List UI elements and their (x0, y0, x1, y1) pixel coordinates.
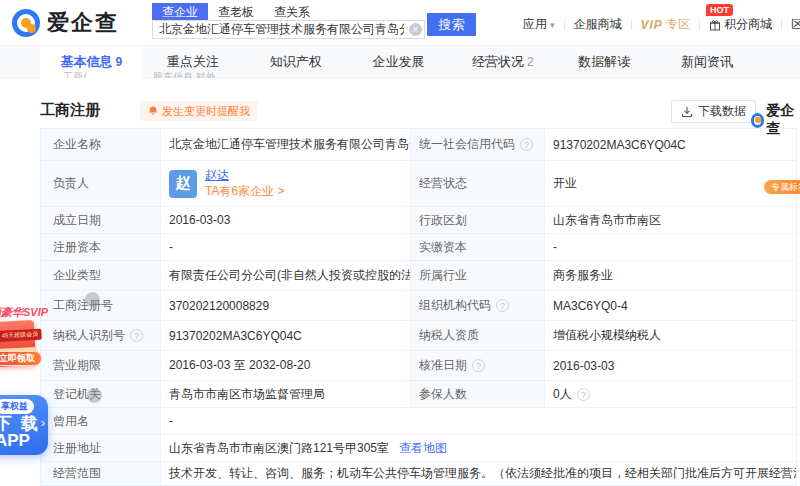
table-row: 经营范围 技术开发、转让、咨询、服务；机动车公共停车场管理服务。（依法须经批准的… (41, 462, 796, 486)
industry-value: 商务服务业 (545, 261, 796, 290)
hot-badge: HOT (706, 4, 733, 16)
aiqicha-watermark-icon (751, 113, 764, 128)
table-row: 企业类型 有限责任公司分公司(非自然人投资或控股的法人独资) 所属行业 商务服务… (41, 261, 796, 291)
district-value: 山东省青岛市市南区 (545, 207, 796, 233)
company-type-value: 有限责任公司分公司(非自然人投资或控股的法人独资) (161, 261, 411, 290)
legal-person-link[interactable]: 赵达 (205, 168, 284, 183)
address-cell: 山东省青岛市市南区澳门路121号甲305室 查看地图 (161, 435, 796, 461)
row-label: 注册资本 (41, 234, 161, 260)
search-tab-company[interactable]: 查企业 (152, 3, 208, 21)
reg-number-value: 370202120008829 (161, 291, 411, 320)
claim-now-button[interactable]: 立即领取 (0, 351, 42, 366)
bell-icon (148, 106, 158, 117)
business-term-value: 2016-03-03 至 2032-08-20 (161, 351, 411, 380)
former-name-value: - (161, 408, 796, 434)
row-label: 负责人 (41, 161, 161, 206)
row-label: 纳税人资质 (411, 321, 545, 350)
reg-capital-value: - (161, 234, 411, 260)
tab-intellectual-property[interactable]: 知识产权 (246, 46, 349, 78)
table-row: 注册资本 - 实缴资本 - (41, 234, 796, 261)
help-icon[interactable]: ? (496, 299, 509, 312)
legal-person-cell: 赵 赵达 TA有6家企业 > (161, 161, 411, 206)
row-label: 成立日期 (41, 207, 161, 233)
nav-region-focus[interactable]: 区域聚焦 (782, 16, 800, 33)
help-icon[interactable]: ? (130, 329, 143, 342)
row-label: 营业期限 (41, 351, 161, 380)
nav-app[interactable]: 应用 ▾ (514, 16, 564, 33)
table-row: 注册地址 山东省青岛市市南区澳门路121号甲305室 查看地图 (41, 435, 796, 462)
row-label: 注册地址 (41, 435, 161, 461)
search-button[interactable]: 搜索 (427, 13, 476, 36)
approval-date-value: 2016-03-03 (545, 351, 796, 380)
insured-count-value: 0人 ? (545, 381, 796, 407)
table-row: 登记机关 青岛市市南区市场监督管理局 参保人数 0人 ? (41, 381, 796, 408)
address-value: 山东省青岛市市南区澳门路121号甲305室 (169, 440, 389, 457)
row-label: 核准日期 ? (411, 351, 545, 380)
header-nav: 应用 ▾ 企服商城 VIP 专区 积分商城 区域聚焦 退出 (514, 16, 800, 33)
clear-search-icon[interactable]: × (409, 23, 422, 36)
change-remind-button[interactable]: 发生变更时提醒我 (140, 101, 258, 121)
tab-news[interactable]: 新闻资讯 (657, 46, 760, 78)
table-row: 营业期限 2016-03-03 至 2032-08-20 核准日期 ? 2016… (41, 351, 796, 381)
detail-tabbar: 基本信息9 重点关注 知识产权 企业发展 经营状况2 数据解读 新闻资讯 (0, 46, 800, 78)
tab-basic-info[interactable]: 基本信息9 (40, 46, 143, 78)
chevron-right-icon: › (41, 415, 45, 430)
view-map-link[interactable]: 查看地图 (399, 440, 447, 457)
promo-tag: 45天超级会员 (0, 329, 42, 342)
row-label: 参保人数 (411, 381, 545, 407)
row-label: 纳税人识别号 ? (41, 321, 161, 350)
table-row: 工商注册号 370202120008829 组织机构代码 ? MA3C6YQ0-… (41, 291, 796, 321)
status-value: 开业 (545, 161, 796, 206)
download-data-button[interactable]: 下载数据 (671, 100, 756, 123)
reg-authority-value: 青岛市市南区市场监督管理局 (161, 381, 411, 407)
aiqicha-logo-icon (12, 9, 40, 37)
clipped-submenu-fragment: 股东信息 对外投资 (153, 70, 215, 78)
row-label: 行政区划 (411, 207, 545, 233)
exclusive-tag-badge[interactable]: 专属标签 (764, 180, 800, 194)
aiqicha-logo[interactable]: 爱企查 (12, 8, 119, 38)
company-name-value: 北京金地汇通停车管理技术服务有限公司青岛分公司 (161, 129, 411, 160)
clipped-submenu-fragment: 工商信息 (63, 70, 87, 78)
nav-points-mall[interactable]: 积分商城 (700, 16, 781, 33)
table-row: 企业名称 北京金地汇通停车管理技术服务有限公司青岛分公司 统一社会信用代码 ? … (41, 129, 796, 161)
table-row: 负责人 赵 赵达 TA有6家企业 > 经营状态 开业 (41, 161, 796, 207)
detail-tabs: 基本信息9 重点关注 知识产权 企业发展 经营状况2 数据解读 新闻资讯 (40, 46, 760, 78)
chevron-down-icon: ▾ (550, 20, 555, 30)
help-icon[interactable]: ? (577, 388, 590, 401)
paid-capital-value: - (545, 234, 796, 260)
download-icon (681, 106, 693, 118)
search-tab-relation[interactable]: 查关系 (264, 3, 320, 21)
search-input[interactable] (152, 20, 425, 39)
established-value: 2016-03-03 (161, 207, 411, 233)
registration-table: 企业名称 北京金地汇通停车管理技术服务有限公司青岛分公司 统一社会信用代码 ? … (40, 128, 797, 486)
tab-operating-status[interactable]: 经营状况2 (451, 46, 554, 78)
help-icon[interactable]: ? (472, 359, 485, 372)
tab-company-development[interactable]: 企业发展 (349, 46, 452, 78)
nav-service-mall[interactable]: 企服商城 (565, 16, 631, 33)
legal-person-companies-link[interactable]: TA有6家企业 > (205, 183, 284, 199)
nav-vip-zone[interactable]: VIP 专区 (632, 16, 699, 33)
search-type-tabs: 查企业 查老板 查关系 (152, 3, 320, 21)
download-app-banner[interactable]: 享权益 下 载 APP › (0, 395, 48, 455)
avatar[interactable]: 赵 (169, 170, 197, 198)
section-title: 工商注册 (40, 101, 100, 120)
tab-data-interpretation[interactable]: 数据解读 (554, 46, 657, 78)
row-label: 企业类型 (41, 261, 161, 290)
table-row: 纳税人识别号 ? 91370202MA3C6YQ04C 纳税人资质 增值税小规模… (41, 321, 796, 351)
row-label: 组织机构代码 ? (411, 291, 545, 320)
row-label: 经营状态 (411, 161, 545, 206)
download-app-text: APP (0, 431, 30, 451)
credit-code-value: 91370202MA3C6YQ04C (545, 129, 796, 160)
business-scope-value: 技术开发、转让、咨询、服务；机动车公共停车场管理服务。（依法须经批准的项目，经相… (161, 462, 796, 485)
aiqicha-logo-text: 爱企查 (47, 8, 119, 38)
gift-icon (709, 19, 721, 31)
org-code-value: MA3C6YQ0-4 (545, 291, 796, 320)
svip-promo-headline: 领豪华SVIP (0, 305, 48, 320)
row-label: 实缴资本 (411, 234, 545, 260)
taxpayer-quality-value: 增值税小规模纳税人 (545, 321, 796, 350)
row-label: 统一社会信用代码 ? (411, 129, 545, 160)
row-label: 企业名称 (41, 129, 161, 160)
help-icon[interactable]: ? (520, 138, 533, 151)
search-tab-boss[interactable]: 查老板 (208, 3, 264, 21)
table-row: 成立日期 2016-03-03 行政区划 山东省青岛市市南区 (41, 207, 796, 234)
